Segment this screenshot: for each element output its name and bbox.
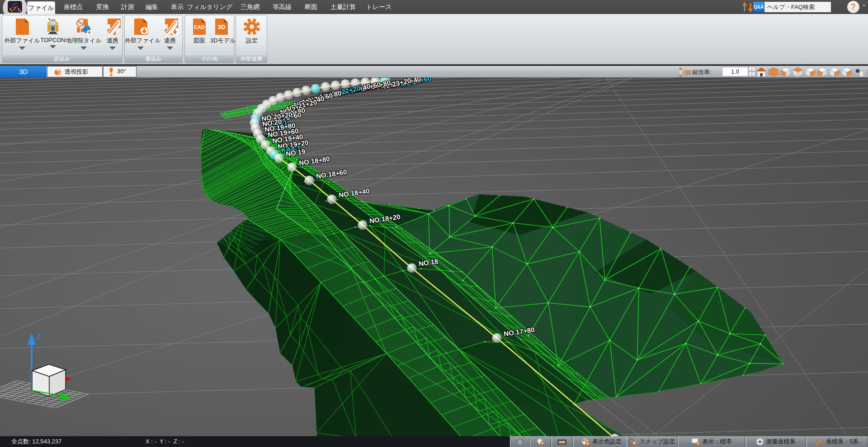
svg-text:Y: Y xyxy=(73,390,78,398)
svg-text:3D: 3D xyxy=(218,24,226,30)
svg-text:CAD: CAD xyxy=(194,24,205,30)
svg-text:Z: Z xyxy=(37,333,41,341)
svg-text:AUTO: AUTO xyxy=(559,441,565,443)
